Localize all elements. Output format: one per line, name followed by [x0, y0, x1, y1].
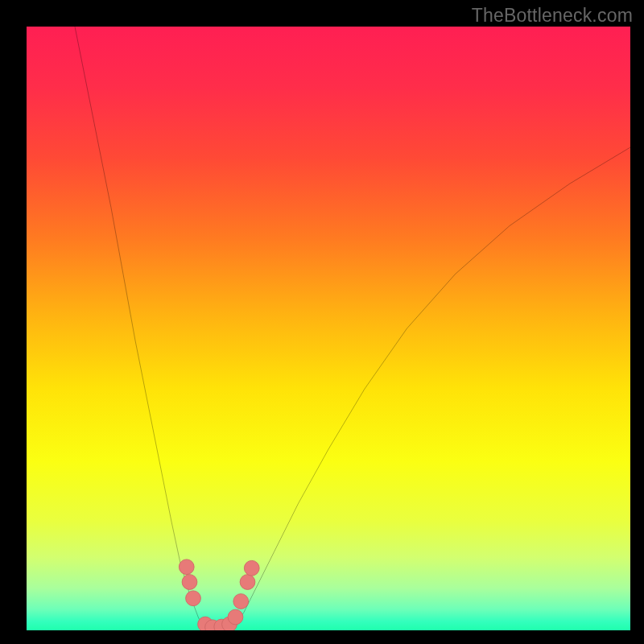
watermark-text: TheBottleneck.com	[472, 5, 633, 27]
chart-frame: TheBottleneck.com	[0, 0, 644, 644]
marker-point	[182, 575, 197, 590]
series-group	[75, 27, 630, 630]
marker-point	[228, 609, 243, 625]
chart-overlay	[27, 27, 630, 630]
marker-point	[179, 559, 194, 575]
series-right-branch	[232, 147, 630, 630]
marker-point	[186, 591, 201, 606]
marker-point	[233, 594, 249, 609]
marker-point	[240, 575, 255, 590]
marker-group	[179, 559, 259, 630]
plot-area	[27, 27, 630, 630]
series-left-branch	[75, 27, 208, 630]
marker-point	[244, 560, 259, 576]
